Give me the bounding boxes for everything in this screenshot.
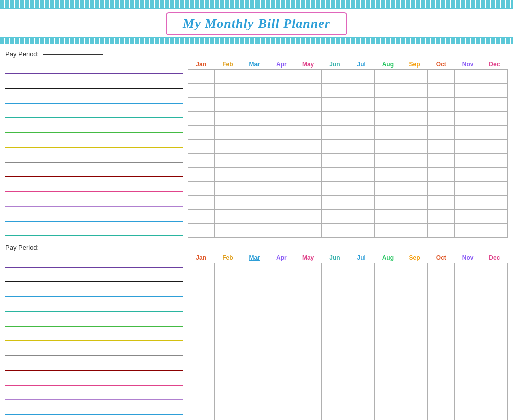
cell-2-9-1[interactable] bbox=[188, 375, 215, 389]
cell-1-6-1[interactable] bbox=[188, 140, 215, 154]
cell-1-11-11[interactable] bbox=[454, 210, 481, 224]
cell-2-1-1[interactable] bbox=[188, 263, 215, 277]
cell-2-9-12[interactable] bbox=[481, 375, 507, 389]
cell-1-12-10[interactable] bbox=[428, 224, 454, 238]
cell-1-11-7[interactable] bbox=[348, 210, 374, 224]
cell-1-7-2[interactable] bbox=[215, 154, 241, 168]
cell-2-1-6[interactable] bbox=[321, 263, 348, 277]
cell-2-4-3[interactable] bbox=[241, 305, 268, 319]
cell-2-4-2[interactable] bbox=[215, 305, 241, 319]
cell-1-8-3[interactable] bbox=[241, 168, 268, 182]
cell-1-3-8[interactable] bbox=[375, 98, 401, 112]
bill-line-1-6[interactable] bbox=[5, 135, 183, 149]
cell-1-7-12[interactable] bbox=[481, 154, 507, 168]
cell-2-4-7[interactable] bbox=[348, 305, 374, 319]
cell-2-11-8[interactable] bbox=[375, 403, 401, 417]
cell-2-8-2[interactable] bbox=[215, 361, 241, 375]
cell-2-7-9[interactable] bbox=[401, 347, 428, 361]
cell-1-4-3[interactable] bbox=[241, 112, 268, 126]
cell-1-6-11[interactable] bbox=[454, 140, 481, 154]
cell-1-12-7[interactable] bbox=[348, 224, 374, 238]
cell-2-8-11[interactable] bbox=[454, 361, 481, 375]
cell-2-6-10[interactable] bbox=[428, 333, 454, 347]
cell-2-5-8[interactable] bbox=[375, 319, 401, 333]
cell-2-3-10[interactable] bbox=[428, 291, 454, 305]
cell-2-2-6[interactable] bbox=[321, 277, 348, 291]
cell-2-6-7[interactable] bbox=[348, 333, 374, 347]
cell-2-11-1[interactable] bbox=[188, 403, 215, 417]
cell-1-8-6[interactable] bbox=[321, 168, 348, 182]
cell-2-2-12[interactable] bbox=[481, 277, 507, 291]
cell-2-9-5[interactable] bbox=[295, 375, 321, 389]
cell-1-2-5[interactable] bbox=[295, 84, 321, 98]
cell-1-8-4[interactable] bbox=[268, 168, 295, 182]
cell-2-9-2[interactable] bbox=[215, 375, 241, 389]
cell-1-2-2[interactable] bbox=[215, 84, 241, 98]
cell-1-4-6[interactable] bbox=[321, 112, 348, 126]
cell-1-10-5[interactable] bbox=[295, 196, 321, 210]
cell-1-8-5[interactable] bbox=[295, 168, 321, 182]
cell-1-3-9[interactable] bbox=[401, 98, 428, 112]
cell-1-3-4[interactable] bbox=[268, 98, 295, 112]
cell-2-5-7[interactable] bbox=[348, 319, 374, 333]
cell-1-11-10[interactable] bbox=[428, 210, 454, 224]
cell-2-7-10[interactable] bbox=[428, 347, 454, 361]
cell-1-11-9[interactable] bbox=[401, 210, 428, 224]
cell-1-11-2[interactable] bbox=[215, 210, 241, 224]
bill-line-2-4[interactable] bbox=[5, 299, 183, 313]
cell-1-10-4[interactable] bbox=[268, 196, 295, 210]
bill-line-2-1[interactable] bbox=[5, 255, 183, 269]
cell-2-11-2[interactable] bbox=[215, 403, 241, 417]
cell-1-1-11[interactable] bbox=[454, 70, 481, 84]
cell-2-12-7[interactable] bbox=[348, 417, 374, 421]
cell-1-6-9[interactable] bbox=[401, 140, 428, 154]
cell-1-2-7[interactable] bbox=[348, 84, 374, 98]
cell-1-2-1[interactable] bbox=[188, 84, 215, 98]
cell-1-2-9[interactable] bbox=[401, 84, 428, 98]
cell-2-10-6[interactable] bbox=[321, 389, 348, 403]
cell-1-4-5[interactable] bbox=[295, 112, 321, 126]
cell-2-3-11[interactable] bbox=[454, 291, 481, 305]
cell-2-7-3[interactable] bbox=[241, 347, 268, 361]
cell-1-10-12[interactable] bbox=[481, 196, 507, 210]
cell-2-5-10[interactable] bbox=[428, 319, 454, 333]
cell-2-8-12[interactable] bbox=[481, 361, 507, 375]
cell-1-5-6[interactable] bbox=[321, 126, 348, 140]
cell-2-1-3[interactable] bbox=[241, 263, 268, 277]
cell-2-2-3[interactable] bbox=[241, 277, 268, 291]
cell-1-1-6[interactable] bbox=[321, 70, 348, 84]
cell-1-12-5[interactable] bbox=[295, 224, 321, 238]
cell-2-11-5[interactable] bbox=[295, 403, 321, 417]
cell-2-8-5[interactable] bbox=[295, 361, 321, 375]
cell-2-12-2[interactable] bbox=[215, 417, 241, 421]
cell-2-12-1[interactable] bbox=[188, 417, 215, 421]
cell-1-2-10[interactable] bbox=[428, 84, 454, 98]
cell-1-5-8[interactable] bbox=[375, 126, 401, 140]
bill-line-2-2[interactable] bbox=[5, 269, 183, 283]
bill-line-1-10[interactable] bbox=[5, 194, 183, 208]
cell-2-11-3[interactable] bbox=[241, 403, 268, 417]
cell-1-10-2[interactable] bbox=[215, 196, 241, 210]
cell-1-9-7[interactable] bbox=[348, 182, 374, 196]
cell-1-1-5[interactable] bbox=[295, 70, 321, 84]
cell-2-7-6[interactable] bbox=[321, 347, 348, 361]
cell-1-5-3[interactable] bbox=[241, 126, 268, 140]
cell-1-11-4[interactable] bbox=[268, 210, 295, 224]
cell-2-12-4[interactable] bbox=[268, 417, 295, 421]
cell-2-5-2[interactable] bbox=[215, 319, 241, 333]
cell-2-1-2[interactable] bbox=[215, 263, 241, 277]
pay-period-underline-2[interactable] bbox=[43, 248, 103, 248]
cell-1-9-9[interactable] bbox=[401, 182, 428, 196]
cell-1-12-12[interactable] bbox=[481, 224, 507, 238]
cell-1-7-10[interactable] bbox=[428, 154, 454, 168]
cell-1-4-11[interactable] bbox=[454, 112, 481, 126]
cell-2-4-8[interactable] bbox=[375, 305, 401, 319]
cell-1-4-4[interactable] bbox=[268, 112, 295, 126]
cell-2-8-3[interactable] bbox=[241, 361, 268, 375]
cell-2-8-10[interactable] bbox=[428, 361, 454, 375]
cell-2-10-8[interactable] bbox=[375, 389, 401, 403]
cell-2-10-12[interactable] bbox=[481, 389, 507, 403]
cell-1-8-12[interactable] bbox=[481, 168, 507, 182]
cell-1-1-12[interactable] bbox=[481, 70, 507, 84]
cell-1-12-6[interactable] bbox=[321, 224, 348, 238]
